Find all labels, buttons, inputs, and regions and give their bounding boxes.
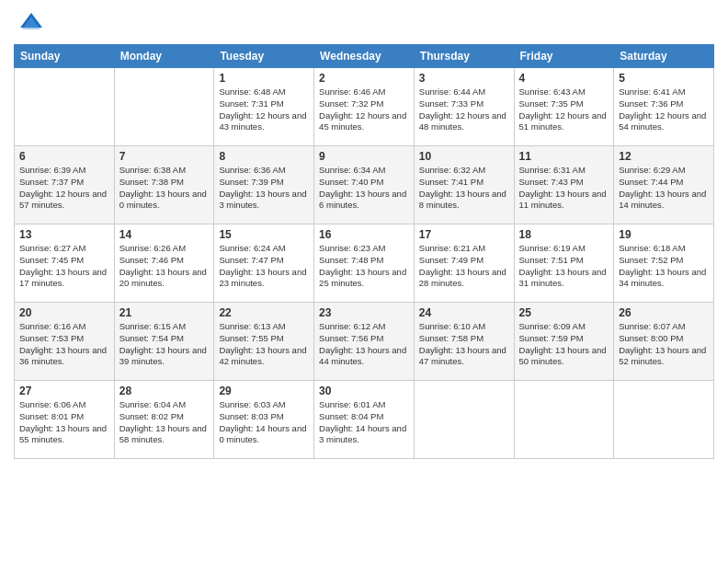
calendar-cell: 30Sunrise: 6:01 AM Sunset: 8:04 PM Dayli… [314,381,415,459]
day-number: 3 [419,72,509,85]
day-number: 28 [119,385,210,397]
calendar-week-3: 13Sunrise: 6:27 AM Sunset: 7:45 PM Dayli… [15,224,714,303]
day-number: 15 [219,228,309,241]
day-number: 21 [119,306,210,319]
day-number: 14 [119,228,210,241]
day-info: Sunrise: 6:19 AM Sunset: 7:51 PM Dayligh… [519,243,609,290]
day-info: Sunrise: 6:32 AM Sunset: 7:41 PM Dayligh… [419,165,509,212]
calendar-cell: 28Sunrise: 6:04 AM Sunset: 8:02 PM Dayli… [114,381,214,459]
day-info: Sunrise: 6:29 AM Sunset: 7:44 PM Dayligh… [619,165,709,212]
day-number: 6 [19,150,109,163]
calendar-cell [514,381,614,459]
calendar-cell: 5Sunrise: 6:41 AM Sunset: 7:36 PM Daylig… [614,68,714,146]
calendar-cell: 22Sunrise: 6:13 AM Sunset: 7:55 PM Dayli… [214,303,314,381]
header [14,9,714,35]
day-info: Sunrise: 6:12 AM Sunset: 7:56 PM Dayligh… [319,321,409,368]
calendar-cell: 3Sunrise: 6:44 AM Sunset: 7:33 PM Daylig… [414,68,514,146]
weekday-header-tuesday: Tuesday [214,45,314,68]
day-info: Sunrise: 6:41 AM Sunset: 7:36 PM Dayligh… [619,86,709,133]
day-info: Sunrise: 6:10 AM Sunset: 7:58 PM Dayligh… [419,321,509,368]
day-number: 17 [419,228,509,241]
calendar-cell [614,381,714,459]
day-info: Sunrise: 6:44 AM Sunset: 7:33 PM Dayligh… [419,86,509,133]
day-number: 30 [319,385,409,397]
day-info: Sunrise: 6:01 AM Sunset: 8:04 PM Dayligh… [319,399,409,446]
calendar-cell: 1Sunrise: 6:48 AM Sunset: 7:31 PM Daylig… [214,68,314,146]
calendar-cell: 8Sunrise: 6:36 AM Sunset: 7:39 PM Daylig… [214,146,314,224]
logo [14,9,44,35]
calendar-week-5: 27Sunrise: 6:06 AM Sunset: 8:01 PM Dayli… [15,381,714,459]
day-number: 5 [619,72,709,85]
calendar-cell: 14Sunrise: 6:26 AM Sunset: 7:46 PM Dayli… [114,224,214,303]
calendar-cell: 24Sunrise: 6:10 AM Sunset: 7:58 PM Dayli… [414,303,514,381]
day-number: 4 [519,72,609,85]
day-info: Sunrise: 6:38 AM Sunset: 7:38 PM Dayligh… [119,165,210,212]
day-number: 18 [519,228,609,241]
day-number: 2 [319,72,409,85]
day-number: 27 [19,385,109,397]
calendar-cell: 12Sunrise: 6:29 AM Sunset: 7:44 PM Dayli… [614,146,714,224]
day-info: Sunrise: 6:43 AM Sunset: 7:35 PM Dayligh… [519,86,609,133]
calendar-cell: 2Sunrise: 6:46 AM Sunset: 7:32 PM Daylig… [314,68,415,146]
day-info: Sunrise: 6:06 AM Sunset: 8:01 PM Dayligh… [19,399,109,446]
calendar-cell: 20Sunrise: 6:16 AM Sunset: 7:53 PM Dayli… [15,303,115,381]
calendar-cell: 4Sunrise: 6:43 AM Sunset: 7:35 PM Daylig… [514,68,614,146]
day-info: Sunrise: 6:27 AM Sunset: 7:45 PM Dayligh… [19,243,109,290]
page: SundayMondayTuesdayWednesdayThursdayFrid… [0,0,728,563]
calendar-cell: 25Sunrise: 6:09 AM Sunset: 7:59 PM Dayli… [514,303,614,381]
calendar-cell: 15Sunrise: 6:24 AM Sunset: 7:47 PM Dayli… [214,224,314,303]
day-info: Sunrise: 6:07 AM Sunset: 8:00 PM Dayligh… [619,321,709,368]
day-info: Sunrise: 6:15 AM Sunset: 7:54 PM Dayligh… [119,321,210,368]
day-number: 23 [319,306,409,319]
day-number: 12 [619,150,709,163]
day-number: 29 [219,385,309,397]
calendar-cell: 29Sunrise: 6:03 AM Sunset: 8:03 PM Dayli… [214,381,314,459]
calendar-cell: 6Sunrise: 6:39 AM Sunset: 7:37 PM Daylig… [15,146,115,224]
day-number: 25 [519,306,609,319]
day-info: Sunrise: 6:04 AM Sunset: 8:02 PM Dayligh… [119,399,210,446]
day-info: Sunrise: 6:36 AM Sunset: 7:39 PM Dayligh… [219,165,309,212]
day-number: 22 [219,306,309,319]
calendar-week-4: 20Sunrise: 6:16 AM Sunset: 7:53 PM Dayli… [15,303,714,381]
day-info: Sunrise: 6:24 AM Sunset: 7:47 PM Dayligh… [219,243,309,290]
calendar-cell [414,381,514,459]
calendar-header-row: SundayMondayTuesdayWednesdayThursdayFrid… [15,45,714,68]
day-info: Sunrise: 6:26 AM Sunset: 7:46 PM Dayligh… [119,243,210,290]
calendar-cell: 27Sunrise: 6:06 AM Sunset: 8:01 PM Dayli… [15,381,115,459]
calendar-cell: 16Sunrise: 6:23 AM Sunset: 7:48 PM Dayli… [314,224,415,303]
day-number: 20 [19,306,109,319]
calendar-cell: 23Sunrise: 6:12 AM Sunset: 7:56 PM Dayli… [314,303,415,381]
calendar-cell [15,68,115,146]
day-info: Sunrise: 6:21 AM Sunset: 7:49 PM Dayligh… [419,243,509,290]
day-info: Sunrise: 6:39 AM Sunset: 7:37 PM Dayligh… [19,165,109,212]
weekday-header-monday: Monday [114,45,214,68]
calendar-cell: 11Sunrise: 6:31 AM Sunset: 7:43 PM Dayli… [514,146,614,224]
day-number: 7 [119,150,210,163]
day-number: 1 [219,72,309,85]
day-number: 26 [619,306,709,319]
day-info: Sunrise: 6:16 AM Sunset: 7:53 PM Dayligh… [19,321,109,368]
calendar-week-2: 6Sunrise: 6:39 AM Sunset: 7:37 PM Daylig… [15,146,714,224]
logo-icon [18,9,44,35]
day-number: 24 [419,306,509,319]
day-info: Sunrise: 6:09 AM Sunset: 7:59 PM Dayligh… [519,321,609,368]
calendar-cell: 21Sunrise: 6:15 AM Sunset: 7:54 PM Dayli… [114,303,214,381]
day-number: 9 [319,150,409,163]
calendar-cell [114,68,214,146]
calendar-cell: 13Sunrise: 6:27 AM Sunset: 7:45 PM Dayli… [15,224,115,303]
day-number: 16 [319,228,409,241]
day-number: 11 [519,150,609,163]
day-info: Sunrise: 6:13 AM Sunset: 7:55 PM Dayligh… [219,321,309,368]
weekday-header-saturday: Saturday [614,45,714,68]
day-info: Sunrise: 6:48 AM Sunset: 7:31 PM Dayligh… [219,86,309,133]
day-number: 13 [19,228,109,241]
day-info: Sunrise: 6:34 AM Sunset: 7:40 PM Dayligh… [319,165,409,212]
weekday-header-friday: Friday [514,45,614,68]
weekday-header-wednesday: Wednesday [314,45,415,68]
calendar-week-1: 1Sunrise: 6:48 AM Sunset: 7:31 PM Daylig… [15,68,714,146]
day-number: 10 [419,150,509,163]
day-info: Sunrise: 6:23 AM Sunset: 7:48 PM Dayligh… [319,243,409,290]
weekday-header-sunday: Sunday [15,45,115,68]
day-number: 19 [619,228,709,241]
calendar-cell: 26Sunrise: 6:07 AM Sunset: 8:00 PM Dayli… [614,303,714,381]
